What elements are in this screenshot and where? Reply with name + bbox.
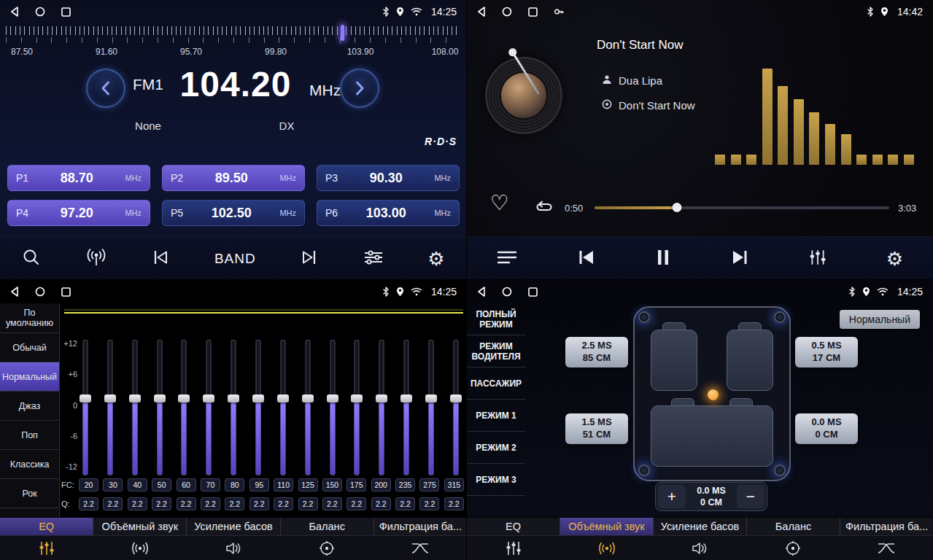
eq-band-slider[interactable] <box>153 340 166 475</box>
sound-mode-item[interactable]: РЕЖИМ 2 <box>467 432 525 464</box>
speaker-delay-chip[interactable]: 0.0 MS 0 CM <box>795 413 858 444</box>
recents-button[interactable] <box>61 7 71 17</box>
slider-handle[interactable] <box>302 394 314 402</box>
home-button[interactable] <box>502 7 512 17</box>
slider-handle[interactable] <box>203 394 214 402</box>
eq-band-slider[interactable] <box>202 340 215 475</box>
slider-handle[interactable] <box>327 394 338 402</box>
eq-preset-item[interactable]: Классика <box>0 450 59 479</box>
audio-tab[interactable]: EQ <box>0 518 93 535</box>
radio-preset-button[interactable]: P6 103.00 MHz <box>317 200 460 226</box>
audio-tab[interactable]: Объёмный звук <box>93 518 187 535</box>
balance-icon[interactable] <box>746 536 840 560</box>
audio-tab[interactable]: Фильтрация ба... <box>840 518 933 535</box>
audio-tab[interactable]: Объёмный звук <box>560 518 654 535</box>
surround-sound-icon[interactable] <box>93 536 187 560</box>
back-button[interactable] <box>477 287 486 297</box>
slider-handle[interactable] <box>376 394 387 402</box>
seek-bar-knob[interactable] <box>673 203 682 212</box>
eq-preset-item[interactable]: Поп <box>0 421 59 450</box>
bass-boost-icon[interactable] <box>187 536 280 560</box>
home-button[interactable] <box>35 7 45 17</box>
slider-handle[interactable] <box>154 394 166 402</box>
settings-gear-icon[interactable]: ⚙ <box>427 249 444 268</box>
home-button[interactable] <box>35 287 45 297</box>
sound-mode-item[interactable]: РЕЖИМ 3 <box>467 464 525 496</box>
balance-icon[interactable] <box>280 536 373 560</box>
speaker-delay-chip[interactable]: 0.5 MS 17 CM <box>795 337 858 368</box>
audio-tab[interactable]: Баланс <box>747 518 840 535</box>
sound-mode-item[interactable]: ПАССАЖИР <box>467 368 525 400</box>
audio-tab[interactable]: Фильтрация ба... <box>374 518 467 535</box>
eq-band-slider[interactable] <box>326 340 339 475</box>
tuner-settings-button[interactable] <box>363 249 384 269</box>
eq-preset-item[interactable]: Джаз <box>0 392 59 421</box>
eq-preset-item[interactable]: Рок <box>0 479 59 508</box>
radio-preset-button[interactable]: P5 102.50 MHz <box>162 200 305 226</box>
back-button[interactable] <box>10 7 19 17</box>
crossover-filter-icon[interactable] <box>373 536 467 560</box>
eq-preset-item[interactable]: По умолчанию <box>0 303 59 333</box>
eq-band-slider[interactable] <box>350 340 363 475</box>
search-stations-button[interactable] <box>22 248 41 270</box>
seek-bar[interactable] <box>595 206 889 209</box>
eq-band-slider[interactable] <box>252 340 265 475</box>
speaker-delay-chip[interactable]: 2.5 MS 85 CM <box>565 337 628 368</box>
eq-band-slider[interactable] <box>79 340 92 475</box>
eq-preset-item[interactable]: Обычай <box>0 333 59 362</box>
broadcast-scan-button[interactable] <box>85 248 107 270</box>
radio-preset-button[interactable]: P4 97.20 MHz <box>7 200 150 226</box>
playlist-button[interactable] <box>497 249 517 268</box>
sound-mode-item[interactable]: ПОЛНЫЙ РЕЖИМ <box>467 303 525 335</box>
eq-band-slider[interactable] <box>177 340 190 475</box>
eq-band-slider[interactable] <box>375 340 388 475</box>
radio-preset-button[interactable]: P1 88.70 MHz <box>7 165 150 191</box>
slider-handle[interactable] <box>104 394 116 402</box>
radio-preset-button[interactable]: P3 90.30 MHz <box>317 165 460 191</box>
next-track-button[interactable] <box>730 249 749 268</box>
slider-handle[interactable] <box>400 394 412 402</box>
recents-button[interactable] <box>528 7 538 17</box>
slider-handle[interactable] <box>178 394 190 402</box>
eq-band-slider[interactable] <box>227 340 240 475</box>
slider-handle[interactable] <box>129 394 141 402</box>
previous-station-button[interactable] <box>151 249 170 269</box>
tune-down-button[interactable] <box>86 69 125 108</box>
recents-button[interactable] <box>61 287 71 297</box>
favorite-heart-icon[interactable]: ♡ <box>490 192 509 214</box>
eq-band-slider[interactable] <box>128 340 142 475</box>
equalizer-button[interactable] <box>809 249 826 269</box>
sound-mode-item[interactable]: РЕЖИМ ВОДИТЕЛЯ <box>467 335 525 368</box>
slider-handle[interactable] <box>351 394 363 402</box>
audio-tab[interactable]: Усиление басов <box>654 518 747 535</box>
tune-up-button[interactable] <box>340 69 379 108</box>
eq-band-slider[interactable] <box>425 340 438 475</box>
slider-handle[interactable] <box>252 394 264 402</box>
slider-handle[interactable] <box>80 394 91 402</box>
slider-handle[interactable] <box>277 394 289 402</box>
next-station-button[interactable] <box>300 249 319 269</box>
listening-position-marker[interactable] <box>708 389 719 400</box>
eq-sliders-icon[interactable] <box>467 536 560 560</box>
audio-tab[interactable]: Баланс <box>281 518 374 535</box>
back-button[interactable] <box>10 287 19 297</box>
eq-band-slider[interactable] <box>449 340 462 475</box>
slider-handle[interactable] <box>228 394 239 402</box>
eq-sliders-icon[interactable] <box>0 536 93 560</box>
audio-tab[interactable]: EQ <box>467 518 560 535</box>
home-button[interactable] <box>502 287 512 297</box>
surround-sound-icon[interactable] <box>560 536 654 560</box>
eq-preset-item[interactable]: Нормальный <box>0 362 59 392</box>
slider-handle[interactable] <box>450 394 462 402</box>
speaker-delay-chip[interactable]: 1.5 MS 51 CM <box>565 413 628 444</box>
slider-handle[interactable] <box>425 394 437 402</box>
back-button[interactable] <box>477 7 486 17</box>
delay-increase-button[interactable]: + <box>658 485 686 508</box>
band-button[interactable]: BAND <box>214 251 256 267</box>
audio-tab[interactable]: Усиление басов <box>187 518 280 535</box>
bass-boost-icon[interactable] <box>654 536 747 560</box>
settings-gear-icon[interactable]: ⚙ <box>886 249 903 268</box>
sound-mode-item[interactable]: РЕЖИМ 1 <box>467 400 525 432</box>
soundfield-preset-button[interactable]: Нормальный <box>840 310 920 329</box>
frequency-scale[interactable] <box>6 26 461 45</box>
